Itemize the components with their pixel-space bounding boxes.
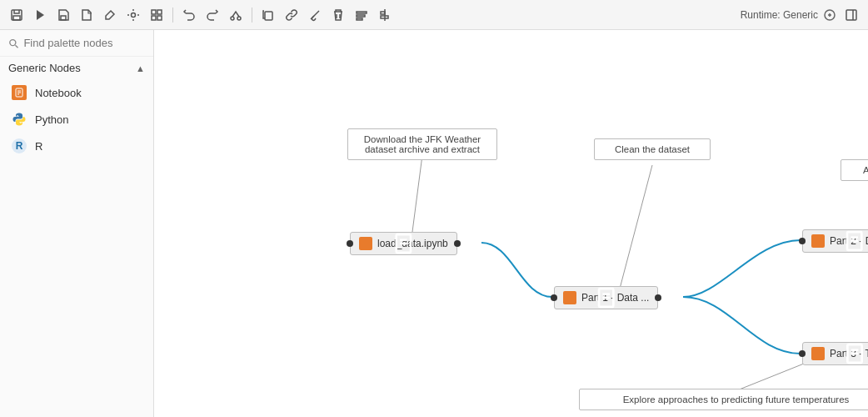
svg-rect-14 xyxy=(357,15,365,17)
part1-icon xyxy=(563,291,576,304)
trash-icon[interactable] xyxy=(328,5,348,25)
unlink-icon[interactable] xyxy=(305,5,325,25)
svg-line-29 xyxy=(620,165,652,289)
sidebar-item-python[interactable]: Python xyxy=(0,106,153,133)
panel-toggle-icon[interactable] xyxy=(841,5,861,25)
svg-rect-3 xyxy=(61,16,66,20)
notebook-label: Notebook xyxy=(35,87,82,99)
node-part2-label: Part 2 - Data ... xyxy=(830,235,868,247)
connections-svg xyxy=(154,30,868,417)
generic-nodes-section[interactable]: Generic Nodes ▲ xyxy=(0,57,153,79)
search-icon xyxy=(8,38,18,49)
node-part3-label: Part 3 - Time ... xyxy=(830,348,868,359)
link-icon[interactable] xyxy=(282,5,302,25)
generic-nodes-label: Generic Nodes xyxy=(8,62,81,74)
comment-clean: Clean the dataset xyxy=(594,138,711,160)
port-load-data-right xyxy=(454,240,461,247)
python-label: Python xyxy=(35,113,68,126)
python-icon xyxy=(12,112,27,127)
sidebar-search-container[interactable] xyxy=(0,30,153,57)
svg-point-9 xyxy=(231,17,234,20)
svg-rect-13 xyxy=(357,12,367,13)
svg-rect-11 xyxy=(265,12,272,20)
runtime-icon xyxy=(823,8,836,22)
comment-download: Download the JFK Weatherdataset archive … xyxy=(347,128,497,160)
file-save-icon[interactable] xyxy=(53,5,73,25)
file-new-icon[interactable] xyxy=(77,5,97,25)
svg-point-22 xyxy=(10,39,16,45)
svg-point-10 xyxy=(237,17,241,20)
svg-rect-1 xyxy=(13,16,20,20)
sidebar-item-r[interactable]: R R xyxy=(0,133,153,159)
node-part1[interactable]: Part 1 - Data ... xyxy=(554,286,658,309)
undo-icon[interactable] xyxy=(179,5,199,25)
svg-rect-17 xyxy=(381,12,385,14)
grid-icon[interactable] xyxy=(147,5,167,25)
eraser-icon[interactable] xyxy=(100,5,120,25)
port-load-data-left xyxy=(347,240,353,247)
svg-rect-7 xyxy=(152,16,156,20)
align-icon[interactable] xyxy=(375,5,395,25)
cut-icon[interactable] xyxy=(226,5,246,25)
port-part1-left xyxy=(551,294,557,301)
svg-rect-6 xyxy=(157,10,162,14)
node-part1-label: Part 1 - Data ... xyxy=(581,292,649,304)
canvas[interactable]: Download the JFK Weatherdataset archive … xyxy=(154,30,868,417)
toolbar: Runtime: Generic xyxy=(0,0,868,30)
r-icon: R xyxy=(12,138,27,153)
chevron-up-icon: ▲ xyxy=(136,63,145,73)
sep1 xyxy=(172,8,173,23)
part3-icon xyxy=(811,347,825,360)
svg-rect-5 xyxy=(152,10,156,14)
node-part3[interactable]: Part 3 - Time ... xyxy=(802,342,868,365)
sep2 xyxy=(252,8,252,23)
svg-rect-15 xyxy=(357,18,362,20)
svg-rect-8 xyxy=(157,16,162,20)
comment-analyze: Analyze the dataset xyxy=(841,159,868,181)
copy-icon[interactable] xyxy=(258,5,278,25)
main-layout: Generic Nodes ▲ Notebook Pytho xyxy=(0,30,868,417)
svg-rect-20 xyxy=(846,10,856,20)
run-icon[interactable] xyxy=(30,5,50,25)
settings-icon[interactable] xyxy=(123,5,143,25)
search-input[interactable] xyxy=(23,37,145,49)
svg-marker-2 xyxy=(37,10,44,20)
load-data-icon xyxy=(359,237,372,250)
runtime-label: Runtime: Generic xyxy=(741,5,861,25)
node-load-data[interactable]: load_data.ipynb xyxy=(350,232,457,255)
redo-icon[interactable] xyxy=(202,5,222,25)
format-icon[interactable] xyxy=(352,5,372,25)
port-part1-right xyxy=(655,294,661,301)
port-part3-left xyxy=(799,350,806,357)
svg-line-28 xyxy=(412,155,422,232)
sidebar: Generic Nodes ▲ Notebook Pytho xyxy=(0,30,154,417)
notebook-icon xyxy=(12,85,27,100)
sidebar-item-notebook[interactable]: Notebook xyxy=(0,79,153,106)
part2-icon xyxy=(811,234,825,248)
node-part2[interactable]: Part 2 - Data ... xyxy=(802,229,868,253)
svg-point-4 xyxy=(132,13,136,17)
node-load-data-label: load_data.ipynb xyxy=(377,238,448,249)
svg-line-23 xyxy=(15,45,17,48)
save-icon[interactable] xyxy=(7,5,27,25)
port-part2-left xyxy=(799,238,806,244)
svg-line-31 xyxy=(737,364,804,390)
comment-explore: Explore approaches to predicting future … xyxy=(579,389,868,410)
r-label: R xyxy=(35,140,42,153)
